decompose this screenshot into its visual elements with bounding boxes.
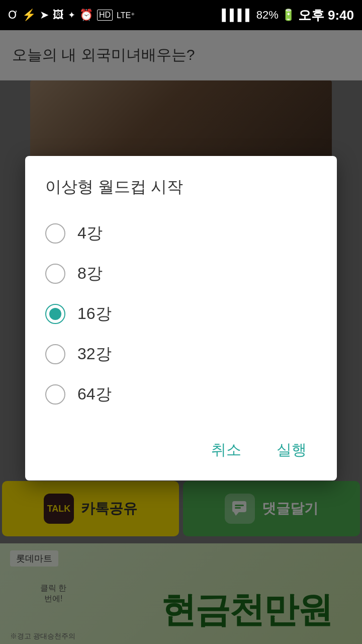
hd-icon: HD xyxy=(97,10,113,21)
status-icons-left: Ơ ⚡ ➤ 🖼 ✦ ⏰ HD LTE⁺ xyxy=(8,9,135,22)
label-4: 4강 xyxy=(77,222,103,245)
radio-64[interactable] xyxy=(45,384,65,405)
battery-text: 82% xyxy=(256,9,279,22)
image-icon: 🖼 xyxy=(53,9,64,22)
lte-icon: LTE⁺ xyxy=(117,11,135,20)
signal-icon: ▌▌▌▌ xyxy=(222,9,253,22)
option-32[interactable]: 32강 xyxy=(45,334,317,374)
dialog-actions: 취소 실행 xyxy=(45,430,317,465)
alarm-icon: ⏰ xyxy=(79,9,93,22)
radio-8[interactable] xyxy=(45,264,65,284)
label-8: 8강 xyxy=(77,263,103,285)
radio-16[interactable] xyxy=(45,304,65,324)
dialog-title: 이상형 월드컵 시작 xyxy=(45,176,317,198)
time-display: 오후 9:40 xyxy=(298,7,354,24)
option-64[interactable]: 64강 xyxy=(45,374,317,415)
worldcup-dialog: 이상형 월드컵 시작 4강 8강 16강 32강 64강 취소 실행 xyxy=(25,156,337,480)
usb-icon: ⚡ xyxy=(22,9,36,22)
label-16: 16강 xyxy=(77,303,112,325)
app-icon: ✦ xyxy=(68,10,75,21)
option-8[interactable]: 8강 xyxy=(45,254,317,294)
battery-icon: 🔋 xyxy=(282,9,295,22)
status-bar: Ơ ⚡ ➤ 🖼 ✦ ⏰ HD LTE⁺ ▌▌▌▌ 82% 🔋 오후 9:40 xyxy=(0,0,362,30)
confirm-button[interactable]: 실행 xyxy=(266,435,317,465)
notification-icon: Ơ xyxy=(8,9,18,22)
label-32: 32강 xyxy=(77,343,112,365)
radio-4[interactable] xyxy=(45,223,65,244)
round-options: 4강 8강 16강 32강 64강 xyxy=(45,213,317,415)
cancel-button[interactable]: 취소 xyxy=(201,435,251,465)
status-icons-right: ▌▌▌▌ 82% 🔋 오후 9:40 xyxy=(222,7,354,24)
label-64: 64강 xyxy=(77,383,112,406)
option-16[interactable]: 16강 xyxy=(45,294,317,334)
location-icon: ➤ xyxy=(40,9,49,22)
option-4[interactable]: 4강 xyxy=(45,213,317,254)
radio-32[interactable] xyxy=(45,344,65,364)
